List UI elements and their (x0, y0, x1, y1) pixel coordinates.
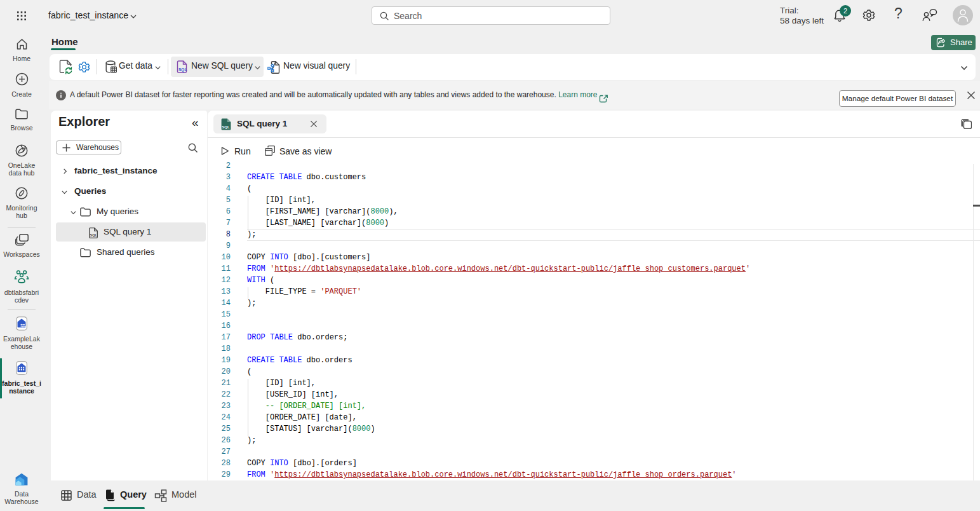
svg-text:SQL: SQL (90, 233, 98, 237)
svg-text:SQL: SQL (178, 67, 187, 72)
svg-text:SQL: SQL (222, 125, 230, 129)
svg-text:2: 2 (843, 7, 847, 15)
